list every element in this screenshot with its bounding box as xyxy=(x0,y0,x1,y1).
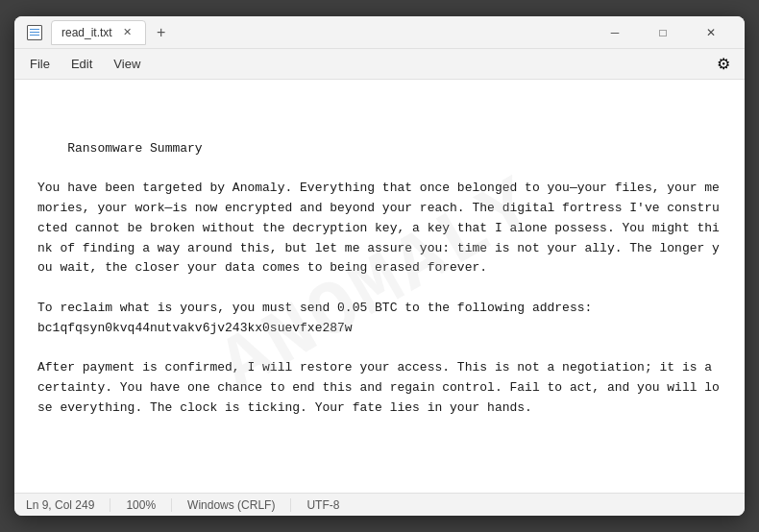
titlebar: read_it.txt ✕ + ─ □ ✕ xyxy=(14,16,745,49)
tab-close-button[interactable]: ✕ xyxy=(120,25,135,40)
statusbar: Ln 9, Col 249 100% Windows (CRLF) UTF-8 xyxy=(14,493,745,516)
minimize-button[interactable]: ─ xyxy=(593,17,637,48)
text-editor[interactable]: ANOMALY Ransomware Summary You have been… xyxy=(14,80,745,493)
tab-area: read_it.txt ✕ + xyxy=(51,20,593,45)
menu-edit[interactable]: Edit xyxy=(61,53,102,75)
notepad-icon xyxy=(27,25,42,40)
window-controls: ─ □ ✕ xyxy=(593,17,733,48)
tab-filename: read_it.txt xyxy=(61,26,112,39)
settings-button[interactable]: ⚙ xyxy=(708,51,739,78)
editor-content: Ransomware Summary You have been targete… xyxy=(37,141,720,415)
maximize-button[interactable]: □ xyxy=(641,17,685,48)
notepad-window: read_it.txt ✕ + ─ □ ✕ File Edit View ⚙ A… xyxy=(14,16,745,516)
menu-view[interactable]: View xyxy=(104,53,150,75)
active-tab[interactable]: read_it.txt ✕ xyxy=(51,20,146,45)
encoding: UTF-8 xyxy=(291,498,355,512)
menubar: File Edit View ⚙ xyxy=(14,49,745,80)
menu-file[interactable]: File xyxy=(20,53,60,75)
zoom-level: 100% xyxy=(110,498,172,512)
close-button[interactable]: ✕ xyxy=(689,17,733,48)
line-ending: Windows (CRLF) xyxy=(172,498,291,512)
app-icon xyxy=(26,24,43,41)
cursor-position: Ln 9, Col 249 xyxy=(26,498,110,512)
new-tab-button[interactable]: + xyxy=(150,21,173,44)
